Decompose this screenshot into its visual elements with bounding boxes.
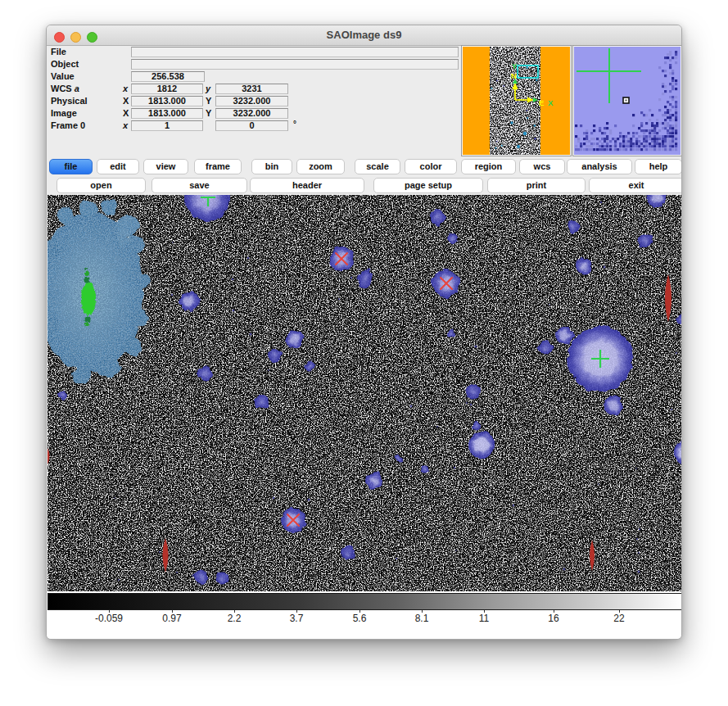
svg-text:E: E (539, 98, 544, 107)
svg-text:N: N (511, 71, 517, 80)
svg-text:X: X (548, 98, 554, 107)
svg-text:Y: Y (512, 61, 518, 70)
